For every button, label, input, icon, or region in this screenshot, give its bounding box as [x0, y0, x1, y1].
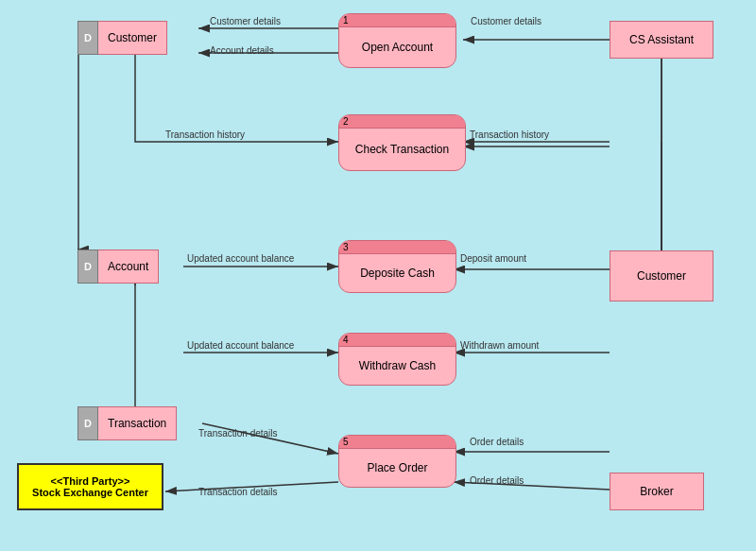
- arrow-label-updated-balance-2: Updated account balance: [187, 340, 294, 351]
- process-4-num: 4: [339, 334, 455, 347]
- arrow-label-order-details-2: Order details: [470, 475, 524, 486]
- arrow-label-updated-balance-1: Updated account balance: [187, 253, 294, 264]
- process-open-account: 1 Open Account: [338, 13, 456, 68]
- process-5-num: 5: [339, 436, 455, 449]
- process-3-num: 3: [339, 241, 455, 254]
- process-3-label: Deposite Cash: [339, 254, 455, 292]
- arrow-label-withdrawn-amount: Withdrawn amount: [460, 340, 539, 351]
- process-5-label: Place Order: [339, 449, 455, 487]
- datastore-d-customer: D: [77, 21, 98, 55]
- arrow-label-customer-details-1: Customer details: [210, 16, 281, 26]
- arrow-label-transaction-details-2: Transaction details: [198, 487, 278, 497]
- arrow-label-customer-details-2: Customer details: [471, 16, 541, 26]
- process-place-order: 5 Place Order: [338, 435, 456, 488]
- datastore-d-account: D: [77, 250, 98, 284]
- thirdparty-box: <<Third Party>>Stock Exchange Center: [17, 463, 163, 510]
- process-deposit-cash: 3 Deposite Cash: [338, 240, 456, 293]
- entity-broker: Broker: [610, 473, 704, 510]
- process-2-label: Check Transaction: [339, 129, 465, 170]
- entity-cs-assistant: CS Assistant: [610, 21, 713, 59]
- entity-customer-right: Customer: [610, 250, 713, 301]
- arrow-label-transaction-history-right: Transaction history: [470, 129, 549, 140]
- process-2-num: 2: [339, 115, 465, 129]
- thirdparty-label: <<Third Party>>Stock Exchange Center: [32, 475, 148, 498]
- datastore-account-label: Account: [98, 250, 159, 284]
- process-1-num: 1: [339, 14, 455, 27]
- arrow-label-account-details: Account details: [210, 45, 274, 56]
- datastore-transaction-label: Transaction: [98, 406, 177, 440]
- process-withdraw-cash: 4 Withdraw Cash: [338, 333, 456, 386]
- arrow-label-order-details-1: Order details: [470, 437, 524, 447]
- datastore-customer-label: Customer: [98, 21, 167, 55]
- datastore-d-transaction: D: [77, 406, 98, 440]
- datastore-customer-top: D Customer: [77, 21, 167, 55]
- datastore-transaction: D Transaction: [77, 406, 177, 440]
- datastore-account: D Account: [77, 250, 159, 284]
- process-check-transaction: 2 Check Transaction: [338, 114, 466, 171]
- process-4-label: Withdraw Cash: [339, 347, 455, 385]
- arrow-label-deposit-amount: Deposit amount: [460, 253, 526, 264]
- process-1-label: Open Account: [339, 27, 455, 67]
- arrow-label-transaction-history-left: Transaction history: [165, 129, 245, 140]
- arrow-label-transaction-details-1: Transaction details: [198, 428, 278, 439]
- diagram-container: D Customer D Account D Transaction CS As…: [0, 0, 756, 551]
